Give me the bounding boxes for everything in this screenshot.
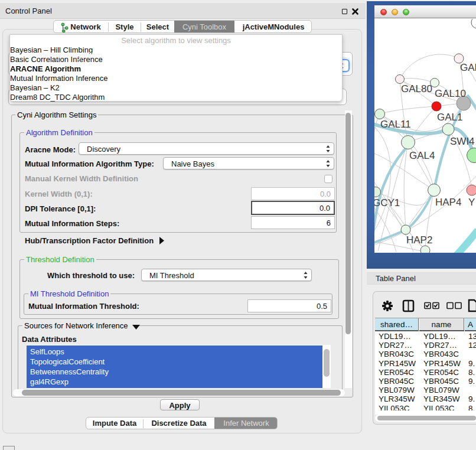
svg-text:HAP4: HAP4 <box>435 197 461 208</box>
svg-text:HAP2: HAP2 <box>406 234 432 246</box>
svg-text:GAL1: GAL1 <box>437 112 462 123</box>
svg-text:GAL: GAL <box>460 62 476 73</box>
svg-text:SWI4: SWI4 <box>450 136 475 147</box>
svg-text:GAL10: GAL10 <box>435 88 466 99</box>
svg-text:GAL80: GAL80 <box>401 83 432 94</box>
svg-text:GAL11: GAL11 <box>380 119 411 130</box>
svg-text:GAL4: GAL4 <box>409 150 435 161</box>
svg-text:Y: Y <box>468 197 475 208</box>
svg-text:GCY1: GCY1 <box>374 197 400 208</box>
